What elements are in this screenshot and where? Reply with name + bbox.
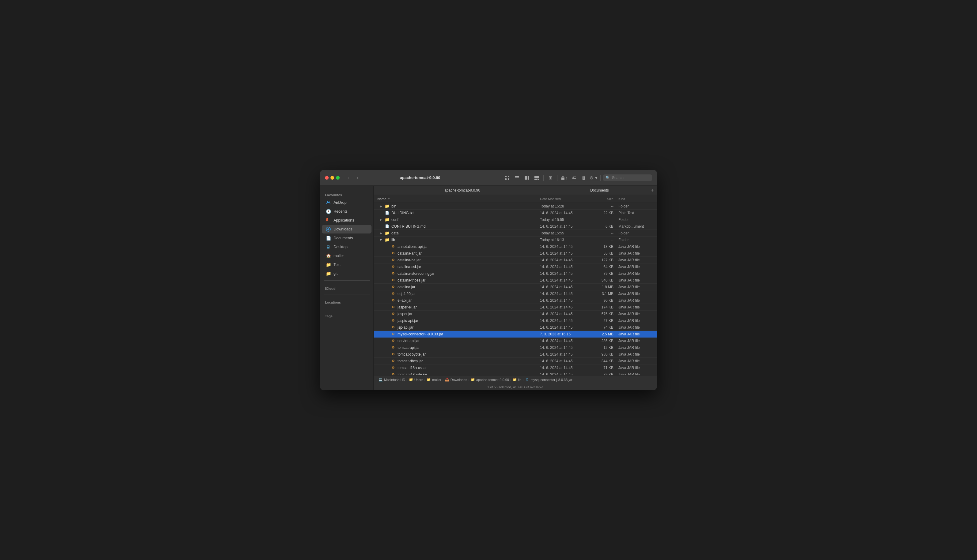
applications-icon xyxy=(326,218,331,223)
file-date: 14. 6. 2024 at 14:45 xyxy=(540,278,589,282)
file-type-icon: ⚙ xyxy=(391,298,396,303)
search-icon: 🔍 xyxy=(606,176,610,180)
disclosure-triangle[interactable]: ▶ xyxy=(379,238,383,242)
kind-column-header[interactable]: Kind xyxy=(614,197,653,201)
table-row[interactable]: ▶ ⚙ jsp-api.jar 14. 6. 2024 at 14:45 74 … xyxy=(374,324,657,331)
disclosure-triangle[interactable]: ▶ xyxy=(379,231,383,235)
svg-rect-4 xyxy=(515,176,519,177)
table-row[interactable]: ▶ ⚙ tomcat-dbcp.jar 14. 6. 2024 at 14:45… xyxy=(374,358,657,365)
file-name-cell: ▶ ⚙ catalina-ssi.jar xyxy=(377,264,540,269)
column-view-button[interactable] xyxy=(522,173,531,182)
sidebar-item-test[interactable]: 📁 Test xyxy=(322,260,371,269)
disclosure-triangle[interactable]: ▶ xyxy=(379,204,383,208)
finder-window: ‹ › apache-tomcat-9.0.90 xyxy=(320,170,657,390)
delete-button[interactable]: 🗑 xyxy=(579,173,588,182)
file-name: ecj-4.20.jar xyxy=(398,292,416,296)
group-button[interactable]: ⊞ xyxy=(546,173,555,182)
file-size: 344 KB xyxy=(589,359,614,363)
file-date: 14. 6. 2024 at 14:45 xyxy=(540,265,589,269)
sidebar-item-desktop[interactable]: 🖥 Desktop xyxy=(322,243,371,251)
maximize-button[interactable] xyxy=(336,176,340,180)
breadcrumb-item[interactable]: 📥 Downloads xyxy=(445,378,467,382)
table-row[interactable]: ▶ ⚙ catalina-ant.jar 14. 6. 2024 at 14:4… xyxy=(374,250,657,257)
file-kind: Java JAR file xyxy=(614,285,653,289)
table-row[interactable]: ▶ ⚙ tomcat-i18n-cs.jar 14. 6. 2024 at 14… xyxy=(374,365,657,371)
file-name: jaspic-api.jar xyxy=(398,318,418,323)
table-row[interactable]: ▶ ⚙ el-api.jar 14. 6. 2024 at 14:45 90 K… xyxy=(374,297,657,304)
file-kind: Java JAR file xyxy=(614,312,653,316)
table-row[interactable]: ▶ 📄 CONTRIBUTING.md 14. 6. 2024 at 14:45… xyxy=(374,223,657,230)
table-row[interactable]: ▶ ⚙ catalina-storeconfig.jar 14. 6. 2024… xyxy=(374,270,657,277)
list-view-button[interactable] xyxy=(513,173,521,182)
table-row[interactable]: ▶ 📁 lib Today at 16:13 -- Folder xyxy=(374,237,657,243)
table-row[interactable]: ▶ ⚙ annotations-api.jar 14. 6. 2024 at 1… xyxy=(374,243,657,250)
size-column-header[interactable]: Size xyxy=(589,197,614,201)
table-row[interactable]: ▶ ⚙ catalina-tribes.jar 14. 6. 2024 at 1… xyxy=(374,277,657,284)
breadcrumb-item[interactable]: 📁 muller xyxy=(427,378,441,382)
breadcrumb-item[interactable]: 💻 Macintosh HD xyxy=(378,378,405,382)
file-name: catalina-ha.jar xyxy=(398,258,420,262)
table-row[interactable]: ▶ ⚙ tomcat-coyote.jar 14. 6. 2024 at 14:… xyxy=(374,351,657,358)
file-kind: Java JAR file xyxy=(614,245,653,249)
table-row[interactable]: ▶ ⚙ jasper-el.jar 14. 6. 2024 at 14:45 1… xyxy=(374,304,657,311)
disclosure-triangle[interactable]: ▶ xyxy=(379,218,383,222)
sidebar-item-downloads[interactable]: Downloads xyxy=(322,225,371,233)
table-row[interactable]: ▶ ⚙ servlet-api.jar 14. 6. 2024 at 14:45… xyxy=(374,338,657,344)
breadcrumb-separator: › xyxy=(407,378,408,382)
more-button[interactable]: ⊙ ▾ xyxy=(589,173,598,182)
breadcrumb-icon: 📁 xyxy=(409,378,413,382)
file-date: 14. 6. 2024 at 14:45 xyxy=(540,298,589,303)
tag-button[interactable]: 🏷 xyxy=(570,173,578,182)
add-column-button[interactable]: + xyxy=(648,186,657,195)
table-row[interactable]: ▶ ⚙ mysql-connector-j-8.0.33.jar 7. 3. 2… xyxy=(374,331,657,338)
file-kind: Java JAR file xyxy=(614,318,653,323)
file-list[interactable]: ▶ 📁 bin Today at 15:28 -- Folder ▶ 📄 BUI… xyxy=(374,203,657,375)
table-row[interactable]: ▶ ⚙ ecj-4.20.jar 14. 6. 2024 at 14:45 3.… xyxy=(374,290,657,297)
breadcrumb-item[interactable]: 📁 lib xyxy=(513,378,522,382)
table-row[interactable]: ▶ ⚙ jaspic-api.jar 14. 6. 2024 at 14:45 … xyxy=(374,317,657,324)
file-kind: Java JAR file xyxy=(614,305,653,309)
file-type-icon: ⚙ xyxy=(391,278,396,283)
minimize-button[interactable] xyxy=(330,176,334,180)
window-title: apache-tomcat-9.0.90 xyxy=(341,175,499,180)
columns-icon xyxy=(524,175,529,180)
breadcrumb-item[interactable]: 📁 apache-tomcat-9.0.90 xyxy=(471,378,509,382)
close-button[interactable] xyxy=(325,176,329,180)
table-row[interactable]: ▶ 📄 BUILDING.txt 14. 6. 2024 at 14:45 22… xyxy=(374,210,657,217)
sidebar-item-airdrop[interactable]: AirDrop xyxy=(322,198,371,207)
name-column-header[interactable]: Name ▼ xyxy=(377,197,540,201)
date-column-header[interactable]: Date Modified xyxy=(540,197,589,201)
table-row[interactable]: ▶ ⚙ tomcat-i18n-de.jar 14. 6. 2024 at 14… xyxy=(374,371,657,375)
table-row[interactable]: ▶ ⚙ catalina-ssi.jar 14. 6. 2024 at 14:4… xyxy=(374,263,657,270)
table-header: Name ▼ Date Modified Size Kind xyxy=(374,195,657,203)
gallery-view-button[interactable] xyxy=(532,173,541,182)
icon-view-button[interactable] xyxy=(503,173,512,182)
share-button[interactable]: ↑ xyxy=(560,173,569,182)
breadcrumb-separator: › xyxy=(510,378,512,382)
jar-icon: ⚙ xyxy=(392,352,395,356)
file-name: tomcat-i18n-cs.jar xyxy=(398,366,427,370)
sidebar-item-documents[interactable]: 📄 Documents xyxy=(322,234,371,242)
svg-rect-8 xyxy=(526,176,527,180)
table-row[interactable]: ▶ ⚙ jasper.jar 14. 6. 2024 at 14:45 576 … xyxy=(374,311,657,317)
table-row[interactable]: ▶ ⚙ tomcat-api.jar 14. 6. 2024 at 14:45 … xyxy=(374,344,657,351)
file-type-icon: ⚙ xyxy=(391,244,396,249)
search-input[interactable] xyxy=(612,176,649,180)
sidebar-item-git[interactable]: 📁 git xyxy=(322,269,371,278)
table-row[interactable]: ▶ 📁 data Today at 15:55 -- Folder xyxy=(374,230,657,237)
breadcrumb-item[interactable]: 📁 Users xyxy=(409,378,423,382)
table-row[interactable]: ▶ ⚙ catalina-ha.jar 14. 6. 2024 at 14:45… xyxy=(374,257,657,263)
jar-icon: ⚙ xyxy=(392,359,395,363)
table-row[interactable]: ▶ 📁 conf Today at 15:55 -- Folder xyxy=(374,217,657,223)
applications-label: Applications xyxy=(333,218,354,222)
jar-icon: ⚙ xyxy=(392,312,395,316)
table-row[interactable]: ▶ 📁 bin Today at 15:28 -- Folder xyxy=(374,203,657,210)
file-kind: Java JAR file xyxy=(614,258,653,262)
sidebar-item-recents[interactable]: 🕐 Recents xyxy=(322,207,371,216)
breadcrumb-item[interactable]: ⚙ mysql-connector-j-8.0.33.jar xyxy=(525,378,572,382)
sidebar-item-applications[interactable]: Applications xyxy=(322,216,371,225)
file-size: 12 KB xyxy=(589,345,614,350)
sidebar-item-muller[interactable]: 🏠 muller xyxy=(322,252,371,260)
table-row[interactable]: ▶ ⚙ catalina.jar 14. 6. 2024 at 14:45 1.… xyxy=(374,284,657,290)
file-name-cell: ▶ 📄 BUILDING.txt xyxy=(377,210,540,215)
